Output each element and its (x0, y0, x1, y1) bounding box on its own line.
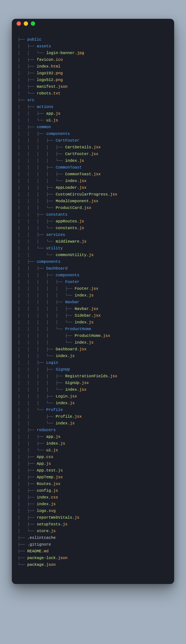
tree-line: │ │ ├── Login (18, 360, 168, 366)
file-stem: appRoutes (56, 219, 77, 224)
file-dot: . (79, 239, 82, 244)
file-dot: . (46, 508, 49, 513)
tree-branch-glyphs: │ │ │ └── (18, 239, 56, 244)
file-dot: . (53, 475, 56, 480)
file-dot: . (77, 185, 79, 190)
tree-line: │ │ │ ├── CustomCircularProgress.jsx (18, 191, 168, 198)
window-close-icon[interactable] (17, 22, 21, 26)
tree-line: │ │ ├── services (18, 232, 168, 238)
file-extension: jpg (77, 51, 84, 55)
tree-branch-glyphs: │ ├── (18, 515, 37, 520)
file-extension: js (56, 111, 60, 116)
tree-line: │ ├── App.css (18, 454, 168, 460)
file-extension: js (89, 320, 93, 324)
tree-branch-glyphs: │ ├── (18, 64, 37, 69)
file-dot: . (51, 482, 53, 486)
file-extension: json (58, 556, 68, 560)
window-titlebar (12, 19, 174, 28)
tree-line: │ ├── common (18, 124, 168, 130)
file-dot: . (77, 178, 79, 183)
file-extension: jsx (79, 178, 87, 183)
tree-line: │ │ │ │ │ ├── Sidebar.jsx (18, 312, 168, 319)
file-extension: js (70, 354, 75, 358)
tree-branch-glyphs: │ │ │ │ └── (18, 158, 65, 163)
file-dot: . (53, 58, 56, 62)
tree-branch-glyphs: │ │ ├── (18, 132, 46, 136)
window-maximize-icon[interactable] (31, 22, 35, 26)
file-stem: AppTemp (37, 475, 53, 480)
tree-branch-glyphs: │ │ │ ├── (18, 273, 56, 278)
tree-line: │ │ │ │ │ └── index.js (18, 292, 168, 299)
tree-branch-glyphs: │ ├── (18, 468, 37, 473)
file-dot: . (41, 549, 44, 554)
file-stem: Profile (56, 414, 72, 419)
file-extension: js (79, 219, 84, 224)
file-dot: . (72, 515, 75, 520)
tree-branch-glyphs: │ │ │ ├── (18, 394, 56, 399)
tree-branch-glyphs: │ │ │ └── (18, 401, 56, 405)
tree-branch-glyphs: │ ├── (18, 71, 37, 76)
file-dot: . (53, 111, 56, 116)
file-extension: jsx (103, 334, 110, 338)
file-dot: . (68, 421, 70, 426)
folder-icon: actions (37, 104, 53, 109)
file-extension: jsx (70, 394, 77, 399)
tree-branch-glyphs: │ │ ├── (18, 441, 46, 446)
file-stem: Dashboard (56, 347, 77, 352)
tree-branch-glyphs: │ ├── (18, 508, 37, 513)
tree-branch-glyphs: │ │ │ ├── (18, 165, 56, 170)
tree-line: │ │ │ │ └── index.jsx (18, 178, 168, 184)
file-extension: jsx (91, 152, 98, 156)
file-stem: robots (37, 91, 51, 96)
tree-line: │ ├── App.test.js (18, 467, 168, 474)
window-minimize-icon[interactable] (24, 22, 28, 26)
tree-branch-glyphs: │ ├── (18, 428, 37, 432)
tree-line: │ │ │ ├── components (18, 272, 168, 279)
tree-line: ├── .gitignore (18, 541, 168, 548)
file-stem: AppLoader (56, 185, 77, 190)
tree-line: │ │ ├── Dashboard (18, 265, 168, 272)
file-stem: App.test (37, 468, 56, 473)
file-dot: . (58, 441, 60, 446)
tree-line: │ │ │ │ └── index.js (18, 339, 168, 346)
tree-branch-glyphs: │ │ │ ├── (18, 185, 56, 190)
folder-icon: components (46, 132, 70, 136)
file-stem: index (37, 64, 49, 69)
tree-branch-glyphs: │ ├── (18, 44, 37, 48)
tree-line: │ ├── actions (18, 104, 168, 110)
file-dot: . (44, 562, 46, 567)
file-stem: logo (37, 508, 46, 513)
file-stem: index (75, 340, 87, 345)
folder-icon: public (27, 37, 41, 42)
tree-branch-glyphs: │ │ └── (18, 253, 56, 257)
file-dot: . (108, 192, 110, 197)
tree-line: │ │ │ ├── CommonToast (18, 164, 168, 171)
file-dot: . (49, 529, 51, 533)
tree-line: │ │ │ └── index.js (18, 353, 168, 360)
file-stem: Login (56, 394, 68, 399)
tree-line: │ ├── index.css (18, 494, 168, 501)
tree-line: │ │ └── Profile (18, 406, 168, 413)
file-extension: js (79, 226, 84, 230)
folder-icon: src (27, 98, 34, 102)
tree-branch-glyphs: │ │ │ │ │ ├── (18, 306, 75, 311)
folder-icon: constants (46, 212, 68, 217)
file-dot: . (44, 455, 46, 459)
tree-line: │ │ │ ├── SignUp (18, 366, 168, 373)
file-extension: png (56, 71, 63, 76)
file-extension: jsx (53, 482, 60, 486)
file-dot: . (79, 380, 82, 385)
tree-branch-glyphs: │ │ │ ├── (18, 138, 56, 143)
file-dot: . (44, 462, 46, 466)
tree-branch-glyphs: ├── (18, 556, 27, 560)
tree-line: │ │ ├── app.js (18, 434, 168, 440)
file-extension: jsx (93, 172, 101, 176)
tree-line: │ ├── config.js (18, 487, 168, 494)
tree-branch-glyphs: │ │ │ ├── (18, 192, 56, 197)
tree-line: │ │ │ │ ├── Footer (18, 279, 168, 285)
tree-branch-glyphs: │ │ │ └── (18, 206, 56, 210)
tree-line: │ ├── favicon.ico (18, 56, 168, 63)
file-stem: ui (46, 118, 51, 122)
file-stem: login-banner (46, 51, 75, 55)
tree-line: │ │ │ │ ├── RegistrationFields.jsx (18, 373, 168, 380)
